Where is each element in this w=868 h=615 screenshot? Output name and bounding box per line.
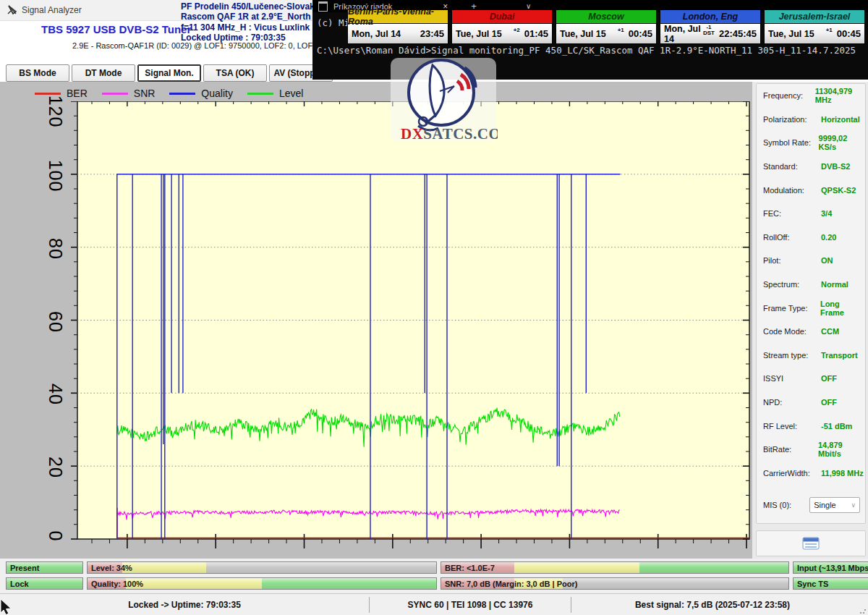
clock-date: Tue, Jul 15 [768, 29, 814, 39]
clock-utc-offset: -1DST [703, 25, 715, 36]
clock-body: Mon, Jul 14-1DST22:45:45 [660, 24, 760, 43]
signal-chart [69, 101, 758, 554]
param-value: Horizontal [821, 115, 860, 124]
meter-label: SNR: 7,0 dB (Margin: 3,0 dB | Poor) [441, 578, 788, 590]
param-label: Standard: [763, 162, 821, 171]
clock-body: Tue, Jul 15+201:45 [452, 24, 552, 43]
param-value: Transport [821, 351, 858, 360]
meter-lock: Lock [6, 577, 83, 590]
param-row: Polarization:Horizontal [757, 108, 865, 132]
meter-sync-ts: Sync TS [793, 577, 868, 590]
mis-dropdown[interactable]: Single ∨ [809, 497, 860, 513]
param-row: RollOff:0.20 [757, 226, 865, 250]
meter-label: Quality: 100% [88, 578, 436, 590]
svg-text:DXSATCS.COM: DXSATCS.COM [401, 125, 498, 143]
clock-body: Tue, Jul 15+100:45 [765, 24, 864, 43]
param-label: Code Mode: [763, 327, 821, 336]
legend-label: Quality [201, 88, 233, 99]
param-row: Spectrum:Normal [757, 273, 865, 297]
meter-label: BER: <1.0E-7 [441, 562, 788, 574]
clock-city: London, Eng [660, 10, 760, 24]
feed-line-3: f=11 304 MHz_H : Vicus Luxlink [181, 22, 318, 33]
logo-text-rest: SATCS.COM [423, 125, 498, 143]
screen: Signal Analyzer TBS 5927 USB DVB-S2 Tune… [0, 0, 868, 615]
status-lock-uptime: Locked -> Uptime: 79:03:35 [0, 594, 369, 615]
tab-bs-mode[interactable]: BS Mode [6, 64, 69, 82]
y-axis-tick-label: 0 [45, 531, 66, 542]
clock-body: Mon, Jul 1423:45 [348, 24, 448, 43]
clock-berlin-paris-vienna-roma: Berlin-Paris-Vienna-RomaMon, Jul 1423:45 [347, 9, 448, 44]
y-axis-tick-label: 80 [45, 238, 66, 260]
parameter-panel: Frequency:11304,979 MHzPolarization:Hori… [752, 82, 868, 559]
tab-tsa-ok[interactable]: TSA (OK) [203, 64, 267, 82]
param-label: Spectrum: [763, 280, 821, 289]
feed-line-4: Locked Uptime : 79:03:35 [181, 33, 318, 43]
status-best-signal: Best signal: 7,5 dB (2025-07-12 23:58) [571, 594, 854, 615]
param-label: CarrierWidth: [763, 469, 821, 478]
meter-label: Lock [7, 578, 82, 590]
param-label: FEC: [763, 209, 821, 218]
clock-date: Mon, Jul 14 [352, 29, 401, 39]
y-axis-tick-label: 40 [45, 383, 66, 405]
param-label: ISSYI [763, 374, 821, 383]
clock-city: Moscow [556, 10, 656, 24]
param-label: Frame Type: [763, 304, 820, 313]
meter-row: PresentLevel: 34%BER: <1.0E-7Input (~13,… [6, 561, 868, 574]
meter-present: Present [6, 561, 83, 574]
world-clocks: Berlin-Paris-Vienna-RomaMon, Jul 1423:45… [347, 9, 865, 44]
logo-text-dx: DX [401, 125, 423, 143]
tab-signal-mon[interactable]: Signal Mon. [137, 64, 201, 82]
meters-strip: PresentLevel: 34%BER: <1.0E-7Input (~13,… [0, 559, 868, 593]
clock-offset-value: +1 [826, 27, 833, 33]
status-sync-counters: SYNC 60 | TEI 1098 | CC 13976 [370, 594, 571, 615]
param-label: RollOff: [763, 233, 821, 242]
param-row: FEC:3/4 [757, 202, 865, 226]
param-value: -51 dBm [821, 422, 852, 430]
param-label: Modulation: [763, 186, 821, 195]
clock-city: Dubai [452, 10, 552, 24]
feed-line-2: Rascom QAF 1R at 2.9°E_North [181, 12, 318, 22]
tuner-title: TBS 5927 USB DVB-S2 Tuner [41, 23, 191, 35]
legend-item-snr: SNR [102, 88, 156, 99]
legend-swatch-ber [35, 93, 61, 95]
mis-label: MIS (0): [763, 501, 809, 509]
param-label: RF Level: [763, 422, 821, 430]
meter-label: Level: 34% [88, 562, 436, 574]
y-axis-tick-label: 60 [45, 311, 66, 333]
parameter-box: Frequency:11304,979 MHzPolarization:Hori… [756, 83, 866, 524]
param-value: OFF [821, 374, 837, 383]
clock-body: Tue, Jul 15+100:45 [556, 24, 656, 43]
param-label: Pilot: [763, 256, 821, 265]
param-row: RF Level:-51 dBm [757, 414, 865, 438]
clock-offset-value: +1 [618, 27, 624, 33]
legend-swatch-snr [102, 93, 128, 95]
chevron-down-icon: ∨ [851, 501, 856, 509]
clock-utc-offset: +1 [826, 27, 833, 33]
resize-grip[interactable] [859, 607, 867, 614]
param-row: BitRate:14,879 Mbit/s [757, 438, 865, 462]
meter-label: Input (~13,91 Mbps) [793, 562, 868, 574]
param-label: Frequency: [763, 91, 815, 100]
clock-london-eng: London, EngMon, Jul 14-1DST22:45:45 [660, 9, 761, 44]
param-value: 14,879 Mbit/s [818, 441, 865, 458]
clock-city: Berlin-Paris-Vienna-Roma [348, 10, 448, 24]
param-value: 3/4 [821, 209, 832, 218]
y-axis-tick-label: 20 [45, 457, 66, 478]
clock-dubai: DubaiTue, Jul 15+201:45 [451, 9, 553, 44]
param-label: Stream type: [763, 351, 821, 360]
stream-list-icon [802, 537, 820, 550]
param-row: Pilot:ON [757, 249, 865, 273]
mis-row: MIS (0): Single ∨ [763, 497, 860, 513]
meter-ber: BER: <1.0E-7 [441, 561, 789, 574]
status-bar: Locked -> Uptime: 79:03:35 SYNC 60 | TEI… [0, 593, 868, 615]
param-value: Long Frame [820, 300, 865, 317]
param-row: CarrierWidth:11,998 MHz [757, 462, 865, 485]
meter-level: Level: 34% [87, 561, 437, 574]
param-label: NPD: [763, 398, 821, 407]
param-row: NPD:OFF [757, 391, 865, 415]
legend-label: BER [67, 88, 88, 99]
stream-list-button[interactable] [756, 530, 866, 556]
param-value: QPSK-S2 [821, 186, 856, 195]
clock-jerusalem-israel: Jerusalem-IsraelTue, Jul 15+100:45 [764, 9, 865, 44]
tab-dt-mode[interactable]: DT Mode [72, 64, 135, 82]
